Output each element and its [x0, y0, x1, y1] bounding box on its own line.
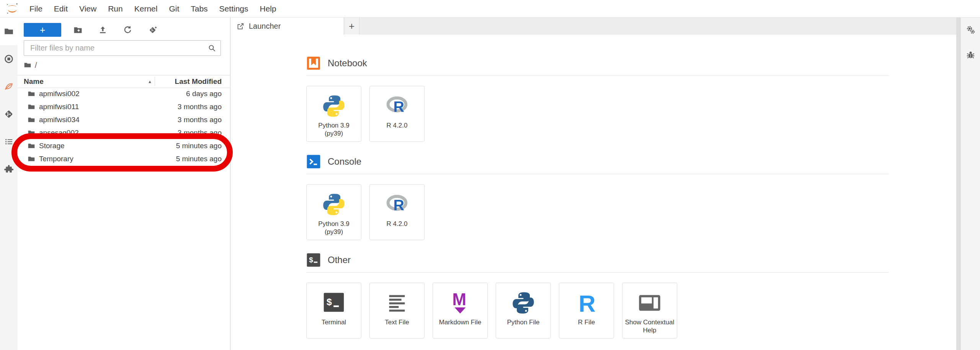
- card-label: Python File: [505, 318, 542, 326]
- right-sidebar-item-property-inspector[interactable]: [961, 18, 980, 42]
- file-modified: 3 months ago: [178, 129, 222, 137]
- menu-item-file[interactable]: File: [24, 0, 48, 17]
- menu-item-tabs[interactable]: Tabs: [185, 0, 213, 17]
- sidebar-item-table-of-contents[interactable]: [0, 128, 18, 155]
- toolbar-icons: [61, 22, 161, 38]
- vertical-scrollbar[interactable]: [956, 18, 961, 350]
- file-row-apmifwsi002[interactable]: apmifwsi0026 days ago: [18, 87, 230, 100]
- r-file-icon: R: [573, 289, 600, 316]
- launcher-card-text-file[interactable]: Text File: [369, 283, 425, 339]
- launcher-section-console: ConsolePython 3.9(py39)RR 4.2.0: [306, 154, 889, 240]
- dollar-terminal-icon: $: [306, 253, 321, 267]
- markdown-icon: M: [447, 289, 474, 316]
- sidebar-item-file-browser[interactable]: [0, 18, 18, 45]
- menu-item-run[interactable]: Run: [102, 0, 129, 17]
- section-divider: [306, 272, 889, 273]
- main-dock-panel: Launcher + NotebookPython 3.9(py39)RR 4.…: [230, 18, 956, 350]
- launcher-card-r-4-2-0[interactable]: RR 4.2.0: [369, 184, 425, 240]
- launcher-card-python-3-9-py39-[interactable]: Python 3.9(py39): [306, 86, 361, 142]
- launcher-card-python-file[interactable]: Python File: [496, 283, 551, 339]
- filter-files-input[interactable]: [29, 41, 199, 56]
- svg-text:R: R: [394, 98, 404, 115]
- menu-item-settings[interactable]: Settings: [214, 0, 254, 17]
- git-clone-button[interactable]: [144, 22, 161, 38]
- column-header-modified[interactable]: Last Modified: [175, 77, 222, 86]
- file-name: Temporary: [39, 155, 74, 163]
- folder-icon: [28, 90, 35, 98]
- folder-icon: [28, 103, 35, 111]
- r-logo-icon: R: [384, 191, 410, 218]
- git-plus-icon: [148, 25, 157, 35]
- sidebar-item-extension-manager[interactable]: [0, 155, 18, 183]
- tab-launcher[interactable]: Launcher: [230, 18, 344, 34]
- sidebar-item-leaf-extension[interactable]: [0, 73, 18, 100]
- file-list-header: Name ▲ Last Modified: [18, 75, 230, 88]
- card-label: Python 3.9(py39): [316, 121, 351, 137]
- file-modified: 5 minutes ago: [176, 142, 222, 150]
- text-file-icon: [384, 289, 410, 316]
- launcher-icon: [237, 22, 245, 30]
- launcher-card-python-3-9-py39-[interactable]: Python 3.9(py39): [306, 184, 361, 240]
- terminal-card-icon: $: [320, 289, 347, 316]
- refresh-button[interactable]: [119, 22, 136, 38]
- menu-item-git[interactable]: Git: [163, 0, 185, 17]
- folder-icon: [28, 116, 35, 124]
- menu-item-help[interactable]: Help: [254, 0, 282, 17]
- section-title: Console: [328, 156, 361, 167]
- file-row-apmifwsi011[interactable]: apmifwsi0113 months ago: [18, 100, 230, 113]
- file-name: apmifwsi011: [39, 103, 79, 111]
- file-modified: 6 days ago: [186, 90, 222, 98]
- file-row-Temporary[interactable]: Temporary5 minutes ago: [18, 152, 230, 165]
- card-label: Markdown File: [437, 318, 484, 326]
- card-label: R 4.2.0: [384, 220, 410, 228]
- new-tab-button[interactable]: +: [344, 18, 359, 34]
- section-header: $Other: [306, 253, 889, 267]
- section-title: Other: [328, 255, 351, 265]
- section-header: Console: [306, 154, 889, 169]
- section-divider: [306, 174, 889, 174]
- notebook-icon: [306, 56, 321, 70]
- card-row: Python 3.9(py39)RR 4.2.0: [306, 86, 889, 142]
- launcher-card-markdown-file[interactable]: MMarkdown File: [433, 283, 488, 339]
- card-label: Text File: [382, 318, 411, 326]
- launcher-card-terminal[interactable]: $Terminal: [306, 283, 361, 339]
- column-separator: [155, 77, 155, 86]
- launcher-card-r-4-2-0[interactable]: RR 4.2.0: [369, 86, 425, 142]
- right-sidebar-item-debugger[interactable]: [961, 42, 980, 67]
- git-icon: [4, 109, 14, 119]
- breadcrumb[interactable]: /: [24, 59, 37, 71]
- puzzle-icon: [4, 164, 14, 174]
- sort-ascending-icon: ▲: [148, 79, 152, 84]
- upload-icon: [98, 25, 108, 35]
- menu-item-kernel[interactable]: Kernel: [129, 0, 163, 17]
- section-title: Notebook: [328, 58, 367, 69]
- file-row-apmifwsi034[interactable]: apmifwsi0343 months ago: [18, 113, 230, 126]
- file-row-Storage[interactable]: Storage5 minutes ago: [18, 139, 230, 152]
- bug-icon: [965, 49, 976, 60]
- new-launcher-button[interactable]: +: [24, 23, 61, 37]
- r-logo-icon: R: [384, 93, 410, 119]
- new-folder-button[interactable]: [69, 22, 86, 38]
- card-label: Terminal: [319, 318, 348, 326]
- gears-icon: [965, 25, 976, 35]
- list-icon: [4, 137, 14, 147]
- breadcrumb-root[interactable]: /: [35, 61, 37, 70]
- column-header-name[interactable]: Name: [24, 77, 44, 86]
- tab-label: Launcher: [249, 22, 281, 31]
- file-row-apsesag002[interactable]: apsesag0023 months ago: [18, 126, 230, 139]
- folder-icon: [28, 155, 35, 163]
- upload-button[interactable]: [94, 22, 111, 38]
- menu-bar: FileEditViewRunKernelGitTabsSettingsHelp: [0, 0, 980, 18]
- menu-item-view[interactable]: View: [74, 0, 102, 17]
- launcher-card-show-contextual-help[interactable]: Show ContextualHelp: [622, 283, 677, 339]
- stop-circle-icon: [4, 54, 14, 64]
- file-name: apmifwsi002: [39, 90, 80, 98]
- card-label: R 4.2.0: [384, 121, 410, 129]
- folder-icon: [28, 142, 35, 150]
- launcher-card-r-file[interactable]: RR File: [559, 283, 614, 339]
- right-activity-bar: [961, 18, 980, 350]
- sidebar-item-running-sessions[interactable]: [0, 45, 18, 73]
- menu-item-edit[interactable]: Edit: [48, 0, 74, 17]
- folder-icon: [24, 61, 31, 69]
- sidebar-item-git[interactable]: [0, 100, 18, 128]
